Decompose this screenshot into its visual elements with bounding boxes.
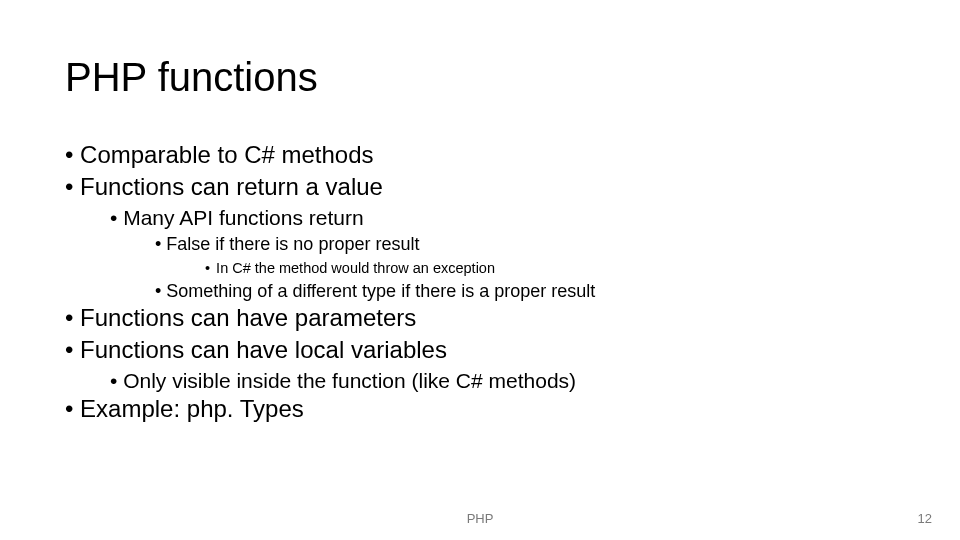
bullet-l1: Example: php. Types	[65, 394, 900, 424]
bullet-l1: Functions can have parameters	[65, 303, 900, 333]
slide-title: PHP functions	[65, 55, 318, 100]
bullet-l3: Something of a different type if there i…	[155, 280, 900, 303]
bullet-l2: Only visible inside the function (like C…	[110, 367, 900, 394]
page-number: 12	[918, 511, 932, 526]
footer-text: PHP	[0, 511, 960, 526]
slide-body: Comparable to C# methods Functions can r…	[65, 140, 900, 426]
slide: PHP functions Comparable to C# methods F…	[0, 0, 960, 540]
bullet-l1: Comparable to C# methods	[65, 140, 900, 170]
bullet-l3: False if there is no proper result	[155, 233, 900, 256]
bullet-l2: Many API functions return	[110, 204, 900, 231]
bullet-l1: Functions can return a value	[65, 172, 900, 202]
bullet-l4: In C# the method would throw an exceptio…	[205, 259, 900, 278]
bullet-l1: Functions can have local variables	[65, 335, 900, 365]
